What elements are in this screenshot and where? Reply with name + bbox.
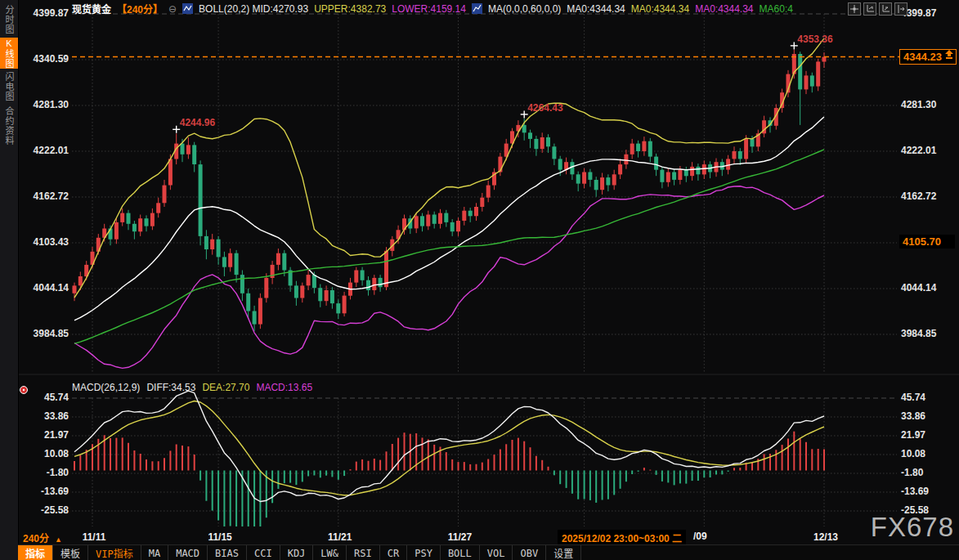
- toolbar-item-9[interactable]: LW&: [313, 545, 347, 560]
- toolbar-item-8[interactable]: KDJ: [280, 545, 314, 560]
- sidebar: 分时图 K线图 闪电图 合约资料: [0, 0, 19, 560]
- boll-legend-text: BOLL(20,2) MID:4270.93: [199, 3, 308, 15]
- main-legend: 现货黄金 【240分】 ⊖ BOLL(20,2) MID:4270.93 UPP…: [72, 2, 793, 15]
- toolbar-item-10[interactable]: RSI: [347, 545, 380, 560]
- symbol-name: 现货黄金: [72, 2, 111, 15]
- price-marker-box: 4105.70: [899, 235, 955, 249]
- toolbar-item-5[interactable]: MACD: [168, 545, 208, 560]
- sidebar-tab-contract-info[interactable]: 合约资料: [0, 105, 18, 147]
- toolbar-item-15[interactable]: OBV: [513, 545, 546, 560]
- ma-indicator-chart-icon: [472, 3, 482, 14]
- pan-right-icon[interactable]: [894, 2, 907, 16]
- macd-title: MACD(26,12,9): [72, 382, 140, 393]
- macd-value: MACD:13.65: [256, 382, 312, 393]
- toolbar-item-1[interactable]: 指标: [18, 545, 53, 560]
- sidebar-tab-timeline[interactable]: 分时图: [0, 3, 18, 36]
- boll-lower-value: LOWER:4159.14: [392, 3, 466, 15]
- toolbar-item-4[interactable]: MA: [141, 545, 168, 560]
- chart-tool-buttons: [848, 2, 907, 16]
- toolbar-item-16[interactable]: 设置: [546, 545, 581, 560]
- time-axis: 240分▲ 2025/12/02 23:00~03:00 二 /09: [18, 528, 959, 544]
- period-dropdown[interactable]: 240分▲: [23, 531, 62, 544]
- macd-dea-value: DEA:27.70: [202, 382, 249, 393]
- indicator-toolbar: 指标模板VIP指标MAMACDBIASCCIKDJLW&RSICRPSYBOLL…: [18, 544, 959, 560]
- ma-legend-label: MA(0,0,0,60,0,0): [488, 3, 561, 15]
- watermark: FX678: [871, 512, 954, 543]
- toolbar-item-14[interactable]: VOL: [480, 545, 513, 560]
- boll-indicator-chart-icon: [182, 3, 193, 14]
- macd-diff-value: DIFF:34.53: [146, 382, 195, 393]
- dropdown-up-icon: ▲: [55, 535, 62, 544]
- chart-canvas[interactable]: [0, 0, 959, 560]
- crosshair-icon[interactable]: [848, 2, 861, 16]
- x-axis-date-partial: /09: [693, 531, 707, 542]
- sidebar-tab-kline[interactable]: K线图: [0, 38, 18, 69]
- crosshair-date-tooltip: 2025/12/02 23:00~03:00 二: [558, 530, 686, 545]
- period-badge: 【240分】: [117, 2, 163, 15]
- toolbar-item-7[interactable]: CCI: [247, 545, 280, 560]
- chart-app-window: 4399.874399.874340.594340.594281.304281.…: [0, 0, 959, 560]
- ma0-value-3: MA0:4344.34: [695, 3, 753, 15]
- y-axis-scale-icon[interactable]: [863, 2, 876, 16]
- indicator-alert-icon: [19, 383, 29, 398]
- toolbar-item-12[interactable]: PSY: [407, 545, 441, 560]
- ma0-value-1: MA0:4344.34: [567, 3, 625, 15]
- x-axis-scale-icon[interactable]: [879, 2, 892, 16]
- sidebar-tab-lightning[interactable]: 闪电图: [0, 70, 18, 103]
- collapse-indicator-icon[interactable]: ⊖: [168, 3, 177, 15]
- ma0-value-2: MA0:4344.34: [631, 3, 689, 15]
- boll-upper-value: UPPER:4382.73: [314, 3, 386, 15]
- toolbar-item-13[interactable]: BOLL: [441, 545, 480, 560]
- macd-legend: MACD(26,12,9) DIFF:34.53 DEA:27.70 MACD:…: [72, 382, 312, 393]
- toolbar-item-2[interactable]: 模板: [53, 545, 88, 560]
- price-flag-icon: [944, 47, 954, 62]
- toolbar-item-6[interactable]: BIAS: [208, 545, 247, 560]
- toolbar-item-3[interactable]: VIP指标: [88, 545, 141, 560]
- toolbar-item-11[interactable]: CR: [380, 545, 407, 560]
- ma60-value: MA60:4: [760, 3, 793, 15]
